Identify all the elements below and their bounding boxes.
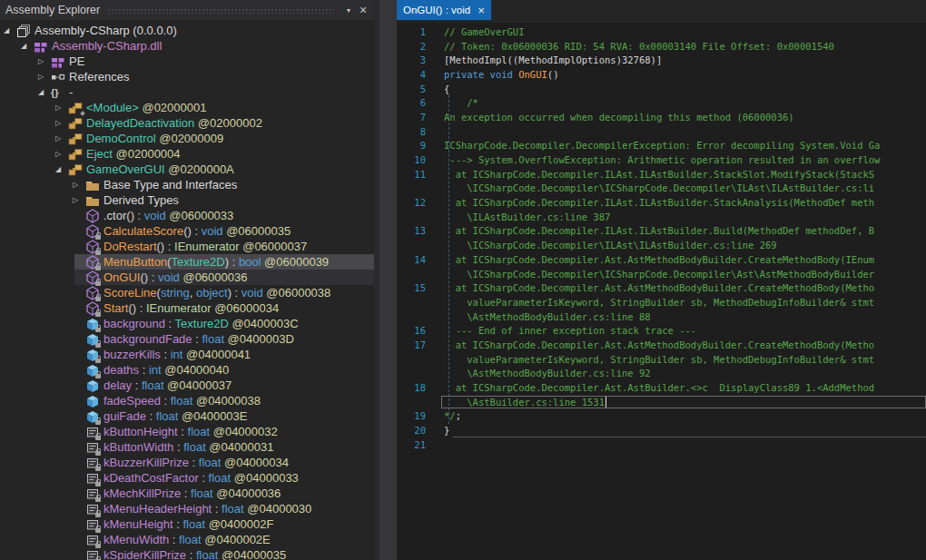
code-line: 17 at ICSharpCode.Decompiler.Ast.AstMeth… xyxy=(397,338,926,352)
code-line: valueParameterIsKeyword, StringBuilder s… xyxy=(397,295,926,309)
field-icon xyxy=(85,332,101,347)
code-line: 16 --- End of inner exception stack trac… xyxy=(397,323,926,338)
tree-item-buzzerkills[interactable]: buzzerKills : int @04000041 xyxy=(0,347,374,362)
field-icon xyxy=(85,363,101,378)
line-number: 9 xyxy=(397,140,426,151)
tree-item-backgroundfade[interactable]: backgroundFade : float @0400003D xyxy=(0,331,374,347)
tree-item-label: DemoControl @02000009 xyxy=(86,132,223,145)
expander-closed-icon[interactable]: ▷ xyxy=(55,103,68,112)
dnspy-window: Assembly Explorer ▼ × ◢Assembly-CSharp (… xyxy=(0,0,926,560)
tree-item-label: CalculateScore() : void @06000035 xyxy=(103,224,291,238)
tree-item-pe[interactable]: ▷PE xyxy=(0,54,374,69)
tree-item-deaths[interactable]: deaths : int @04000040 xyxy=(0,362,374,378)
tree-item-derived-types[interactable]: ▷Derived Types xyxy=(0,192,374,208)
field-icon xyxy=(85,378,101,393)
tree-item-ongui[interactable]: OnGUI() : void @06000036 xyxy=(0,270,374,285)
tab-bar: OnGUI() : void × xyxy=(397,0,926,23)
code-text: */; xyxy=(444,410,926,421)
expander-closed-icon[interactable]: ▷ xyxy=(73,181,85,189)
code-line: \ILAstBuilder.cs:line 387 xyxy=(397,210,926,224)
expander-closed-icon[interactable]: ▷ xyxy=(55,134,68,142)
tree-item-democontrol[interactable]: ▷DemoControl @02000009 xyxy=(0,131,374,146)
tree-item-label: kDeathCostFactor : float @04000033 xyxy=(103,471,299,485)
tree-item-module-type[interactable]: ▷<Module> @02000001 xyxy=(0,100,374,115)
tree-item-fadespeed[interactable]: fadeSpeed : float @04000038 xyxy=(0,393,374,408)
panel-splitter[interactable] xyxy=(379,0,397,560)
code-line: 8 xyxy=(397,124,926,139)
tree-item-eject[interactable]: ▷Eject @02000004 xyxy=(0,146,374,162)
expander-closed-icon[interactable]: ▷ xyxy=(38,57,51,65)
literal-icon xyxy=(85,533,101,547)
tree-item-delayeddeactivation[interactable]: ▷DelayedDeactivation @02000002 xyxy=(0,115,374,131)
tree-item-label: guiFade : float @0400003E xyxy=(103,409,248,423)
code-text: at ICSharpCode.Decompiler.Ast.AstMethodB… xyxy=(444,254,926,265)
expander-open-icon[interactable]: ◢ xyxy=(38,88,51,96)
references-icon xyxy=(51,70,66,84)
code-text: ---> System.OverflowException: Arithmeti… xyxy=(444,154,926,165)
tree-item-calculatescore[interactable]: CalculateScore() : void @06000035 xyxy=(0,223,374,239)
code-text: ICSharpCode.Decompiler.DecompilerExcepti… xyxy=(444,140,926,151)
tree-item-label: kButtonHeight : float @04000032 xyxy=(103,425,278,438)
folder-icon xyxy=(85,178,101,192)
tree-item-delay[interactable]: delay : float @04000037 xyxy=(0,378,374,393)
code-text: at ICSharpCode.Decompiler.Ast.AstMethodB… xyxy=(444,282,926,293)
code-line: \AstBuilder.cs:line 1531 xyxy=(397,395,926,409)
tree-item-assembly-csharp-dll[interactable]: ◢Assembly-CSharp.dll xyxy=(0,38,374,54)
code-text: } xyxy=(444,425,926,436)
code-line: \ICSharpCode.Decompiler\ILAst\ILAstBuild… xyxy=(397,238,926,252)
code-line: 11 at ICSharpCode.Decompiler.ILAst.ILAst… xyxy=(397,167,926,182)
code-line: 6 /* xyxy=(397,95,926,110)
line-number: 20 xyxy=(397,425,426,436)
tree-item-kbuzzerkillprize[interactable]: kBuzzerKillPrize : float @04000034 xyxy=(0,455,374,470)
tree-item-references[interactable]: ▷References xyxy=(0,69,374,84)
expander-closed-icon[interactable]: ▷ xyxy=(55,119,68,127)
titlebar-grip xyxy=(107,7,334,14)
tree-item-menubutton[interactable]: MenuButton(Texture2D) : bool @06000039 xyxy=(0,254,374,270)
line-number: 5 xyxy=(397,84,426,94)
class-icon xyxy=(68,132,84,146)
module-icon xyxy=(34,39,49,54)
expander-closed-icon[interactable]: ▷ xyxy=(38,73,51,81)
tab-close-icon[interactable]: × xyxy=(478,4,485,17)
namespace-icon: {} xyxy=(51,85,66,100)
assembly-explorer-titlebar[interactable]: Assembly Explorer ▼ × xyxy=(0,0,374,20)
tree-item-kmenuheaderheight[interactable]: kMenuHeaderHeight : float @04000030 xyxy=(0,501,374,516)
tree-item-kmechkillprize[interactable]: kMechKillPrize : float @04000036 xyxy=(0,486,374,501)
field-icon xyxy=(85,394,101,408)
tree-item-base-type-and-interfaces[interactable]: ▷Base Type and Interfaces xyxy=(0,177,374,192)
tree-item-kbuttonwidth[interactable]: kButtonWidth : float @04000031 xyxy=(0,439,374,455)
code-editor[interactable]: 1// GameOverGUI2// Token: 0x06000036 RID… xyxy=(397,23,926,560)
tree-item-assembly-csharp[interactable]: ◢Assembly-CSharp (0.0.0.0) xyxy=(0,23,374,38)
tab-ongui[interactable]: OnGUI() : void × xyxy=(397,0,491,20)
assembly-tree[interactable]: ◢Assembly-CSharp (0.0.0.0)◢Assembly-CSha… xyxy=(0,20,374,560)
tree-item-guifade[interactable]: guiFade : float @0400003E xyxy=(0,408,374,424)
tree-item-dorestart[interactable]: DoRestart() : IEnumerator @06000037 xyxy=(0,239,374,254)
tree-item-background[interactable]: background : Texture2D @0400003C xyxy=(0,316,374,331)
code-lines: 1// GameOverGUI2// Token: 0x06000036 RID… xyxy=(397,23,926,452)
pe-icon xyxy=(51,54,66,69)
method-icon xyxy=(85,209,101,223)
tree-item-start[interactable]: Start() : IEnumerator @06000034 xyxy=(0,300,374,316)
tree-item-kdeathcostfactor[interactable]: kDeathCostFactor : float @04000033 xyxy=(0,470,374,486)
expander-open-icon[interactable]: ◢ xyxy=(55,165,68,173)
tree-item-kmenuheight[interactable]: kMenuHeight : float @0400002F xyxy=(0,516,374,532)
tree-item-label: DelayedDeactivation @02000002 xyxy=(86,116,262,130)
tree-item-kbuttonheight[interactable]: kButtonHeight : float @04000032 xyxy=(0,424,374,439)
tree-item-kmenuwidth[interactable]: kMenuWidth : float @0400002E xyxy=(0,532,374,547)
expander-open-icon[interactable]: ◢ xyxy=(4,26,16,34)
tree-item-scoreline[interactable]: ScoreLine(string, object) : void @060000… xyxy=(0,285,374,300)
tree-item-gameovergui[interactable]: ◢GameOverGUI @0200000A xyxy=(0,162,374,177)
tree-item-ctor[interactable]: .ctor() : void @06000033 xyxy=(0,208,374,223)
literal-icon xyxy=(85,440,101,455)
expander-closed-icon[interactable]: ▷ xyxy=(73,196,85,204)
expander-closed-icon[interactable]: ▷ xyxy=(55,150,68,158)
class-icon xyxy=(68,162,84,177)
panel-close-icon[interactable]: × xyxy=(356,3,370,17)
line-number: 6 xyxy=(397,97,426,108)
code-line: 12 at ICSharpCode.Decompiler.ILAst.ILAst… xyxy=(397,195,926,210)
code-line: 19*/; xyxy=(397,409,926,424)
expander-open-icon[interactable]: ◢ xyxy=(21,42,34,50)
tree-item-namespace-dash[interactable]: ◢{}- xyxy=(0,84,374,100)
tree-item-kspiderkillprize[interactable]: kSpiderKillPrize : float @04000035 xyxy=(0,547,374,560)
panel-dropdown-icon[interactable]: ▼ xyxy=(341,3,356,17)
